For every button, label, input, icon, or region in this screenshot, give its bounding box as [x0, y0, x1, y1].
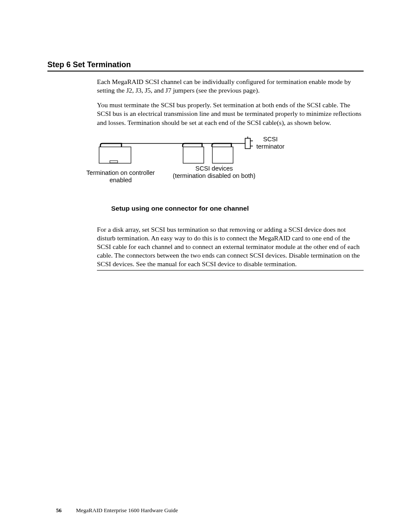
diagram-caption: Setup using one connector for one channe…: [111, 205, 364, 212]
paragraph-1: Each MegaRAID SCSI channel can be indivi…: [97, 78, 364, 95]
paragraph-3: For a disk array, set SCSI bus terminati…: [97, 225, 364, 271]
label-scsi-terminator: SCSI terminator: [256, 136, 284, 151]
page-number: 56: [56, 507, 62, 513]
scsi-diagram: SCSI terminator Termination on controlle…: [82, 136, 284, 196]
page-footer: 56 MegaRAID Enterprise 1600 Hardware Gui…: [56, 507, 178, 514]
paragraph-2: You must terminate the SCSI bus properly…: [97, 101, 364, 127]
svg-rect-3: [212, 147, 233, 163]
svg-rect-2: [183, 147, 204, 163]
section-heading: Step 6 Set Termination: [47, 60, 364, 72]
svg-rect-1: [110, 161, 118, 163]
label-controller: Termination on controller enabled: [82, 169, 159, 184]
footer-title: MegaRAID Enterprise 1600 Hardware Guide: [76, 507, 178, 513]
label-devices: SCSI devices (termination disabled on bo…: [165, 165, 264, 180]
svg-rect-4: [245, 138, 250, 149]
